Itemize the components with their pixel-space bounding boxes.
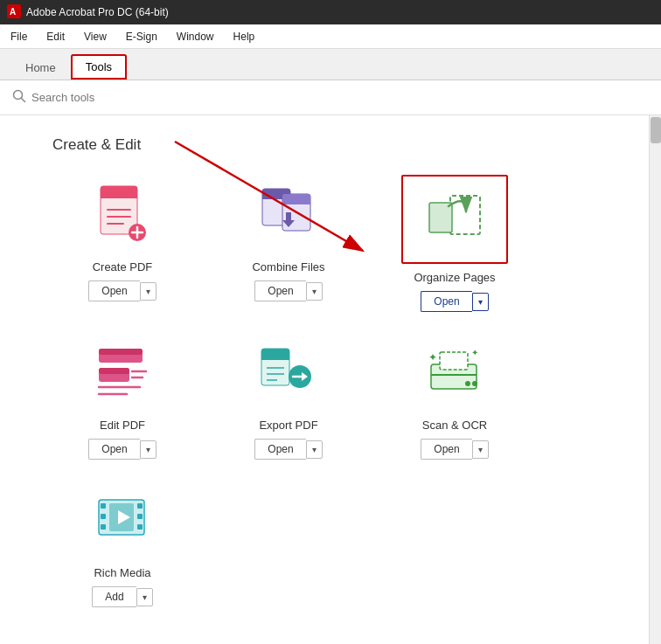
tool-card-edit-pdf: Edit PDF Open ▾ [52,333,192,460]
create-pdf-dropdown-btn[interactable]: ▾ [140,282,157,301]
edit-pdf-btn-group: Open ▾ [88,439,156,460]
menu-bar: File Edit View E-Sign Window Help [0,24,661,49]
scan-ocr-icon: ✦ ✦ [424,340,485,405]
svg-line-3 [22,99,25,102]
search-bar [0,80,661,115]
rich-media-icon [92,488,153,553]
tool-card-export-pdf: Export PDF Open ▾ [219,333,358,460]
svg-rect-56 [137,524,143,530]
svg-rect-27 [99,349,143,355]
menu-help[interactable]: Help [228,29,261,45]
tool-card-combine-files: Combine Files Open ▾ [219,175,358,312]
scan-ocr-btn-group: Open ▾ [421,439,488,460]
svg-rect-22 [286,212,291,223]
tab-home[interactable]: Home [10,55,71,80]
title-text: Adobe Acrobat Pro DC (64-bit) [26,6,169,18]
create-pdf-name: Create PDF [93,260,153,274]
combine-files-name: Combine Files [252,260,324,274]
export-pdf-icon [258,340,319,405]
tab-bar: Home Tools [0,49,661,80]
export-pdf-name: Export PDF [259,419,317,432]
search-input[interactable] [31,91,250,104]
organize-pages-name: Organize Pages [414,271,495,284]
svg-rect-52 [101,514,106,519]
svg-text:✦: ✦ [428,351,437,364]
edit-pdf-dropdown-btn[interactable]: ▾ [140,440,157,459]
menu-esign[interactable]: E-Sign [121,29,163,45]
export-pdf-icon-area [240,333,337,412]
combine-files-btn-group: Open ▾ [254,280,322,301]
create-pdf-btn-group: Open ▾ [88,280,156,301]
organize-pages-open-btn[interactable]: Open [421,291,471,312]
svg-rect-55 [137,514,143,519]
scan-ocr-dropdown-btn[interactable]: ▾ [472,440,489,459]
export-pdf-dropdown-btn[interactable]: ▾ [306,440,323,459]
menu-edit[interactable]: Edit [41,29,70,45]
edit-pdf-open-btn[interactable]: Open [88,439,139,460]
organize-pages-highlight-box [401,175,508,264]
svg-rect-54 [137,503,143,509]
create-pdf-icon-area [74,175,170,253]
svg-text:✦: ✦ [471,348,478,357]
section-title-create-edit: Create & Edit [52,136,609,154]
scrollbar-thumb[interactable] [651,117,661,143]
tool-card-create-pdf: Create PDF Open ▾ [52,175,192,312]
organize-pages-dropdown-btn[interactable]: ▾ [472,293,489,311]
combine-files-icon-area [240,175,337,253]
rich-media-dropdown-btn[interactable]: ▾ [136,588,153,606]
scrollbar[interactable] [649,115,661,644]
svg-rect-51 [101,503,106,509]
acrobat-icon: A [7,4,21,21]
tool-card-rich-media: Rich Media Add ▾ [52,481,582,607]
main-content: Create & Edit Create PDF [0,115,661,644]
rich-media-name: Rich Media [94,566,150,579]
tab-tools[interactable]: Tools [71,54,127,80]
create-pdf-open-btn[interactable]: Open [88,280,139,301]
scan-ocr-open-btn[interactable]: Open [421,439,471,460]
rich-media-btn-group: Add ▾ [92,586,152,607]
tools-grid: Create PDF Open ▾ [52,175,609,607]
svg-rect-36 [261,357,289,360]
rich-media-icon-area [74,481,170,559]
svg-text:A: A [10,7,16,17]
svg-rect-8 [101,196,137,198]
organize-pages-icon [424,187,485,253]
tool-card-scan-ocr: ✦ ✦ Scan & OCR Open ▾ [385,333,525,460]
svg-rect-44 [440,352,468,370]
edit-pdf-icon [92,340,153,405]
export-pdf-btn-group: Open ▾ [254,439,322,460]
scan-ocr-icon-area: ✦ ✦ [407,333,503,412]
svg-point-48 [465,381,470,386]
title-bar: A Adobe Acrobat Pro DC (64-bit) [0,0,661,24]
organize-pages-btn-group: Open ▾ [421,291,488,312]
menu-file[interactable]: File [5,29,32,45]
combine-files-dropdown-btn[interactable]: ▾ [306,282,323,301]
create-pdf-icon [92,182,153,247]
organize-pages-icon-area [407,180,503,259]
edit-pdf-icon-area [74,333,170,412]
combine-files-icon [258,182,319,247]
export-pdf-open-btn[interactable]: Open [254,439,305,460]
edit-pdf-name: Edit PDF [100,419,145,432]
menu-window[interactable]: Window [171,29,219,45]
combine-files-open-btn[interactable]: Open [254,280,305,301]
scan-ocr-name: Scan & OCR [422,419,487,432]
svg-rect-53 [101,524,106,530]
svg-rect-20 [282,202,310,204]
svg-point-49 [472,381,477,386]
search-icon [12,89,26,106]
menu-view[interactable]: View [79,29,112,45]
tool-card-organize-pages: Organize Pages Open ▾ [385,175,525,312]
svg-rect-29 [99,368,129,374]
rich-media-add-btn[interactable]: Add [92,586,136,607]
